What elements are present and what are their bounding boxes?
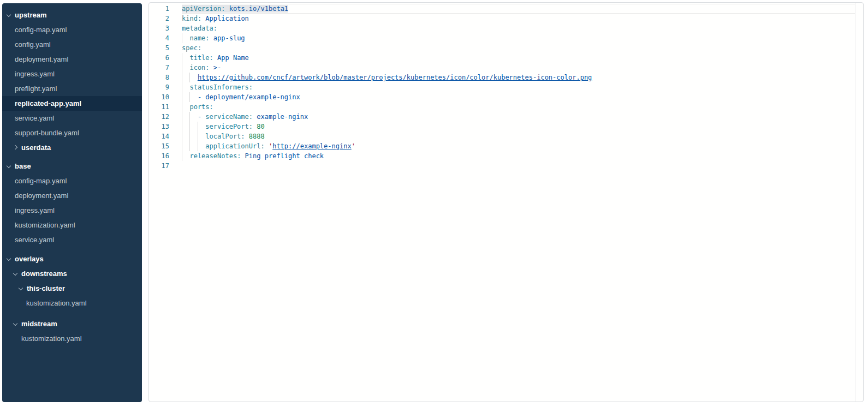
line-number: 13 [149, 122, 169, 131]
editor-line[interactable]: 5spec: [149, 43, 863, 53]
code-token-key: ports: [189, 103, 213, 111]
line-number: 1 [149, 4, 169, 14]
tree-item-label: this-cluster [27, 284, 65, 292]
editor-line[interactable]: 10- deployment/example-nginx [149, 92, 863, 102]
indent-guide [182, 53, 189, 63]
file-tree: upstreamconfig-map.yamlconfig.yamldeploy… [2, 8, 142, 346]
tree-folder-userdata[interactable]: userdata [2, 140, 142, 155]
line-content: releaseNotes: Ping preflight check [169, 152, 324, 160]
editor-line[interactable]: 11ports: [149, 102, 863, 112]
editor-line[interactable]: 9statusInformers: [149, 82, 863, 92]
indent-guide [182, 73, 189, 82]
tree-file-deployment-yaml[interactable]: deployment.yaml [2, 52, 142, 67]
editor-line[interactable]: 13servicePort: 80 [149, 122, 863, 131]
code-token-val: app-slug [213, 34, 245, 42]
line-number: 16 [149, 151, 169, 161]
tree-item-label: service.yaml [15, 114, 54, 122]
indent-guide [182, 102, 189, 112]
editor-line[interactable]: 2kind: Application [149, 14, 863, 23]
line-content: apiVersion: kots.io/v1beta1 [169, 5, 288, 13]
editor-line[interactable]: 1apiVersion: kots.io/v1beta1 [149, 4, 863, 14]
code-token-val: example-nginx [257, 113, 308, 121]
tree-item-label: downstreams [21, 270, 67, 278]
tree-folder-upstream[interactable]: upstream [2, 8, 142, 22]
editor-line[interactable]: 16releaseNotes: Ping preflight check [149, 151, 863, 161]
tree-item-label: kustomization.yaml [21, 334, 82, 343]
code-token-plain [265, 142, 269, 150]
code-token-val: Ping preflight check [245, 152, 324, 160]
tree-file-ingress-yaml[interactable]: ingress.yaml [2, 203, 142, 218]
chevron-down-icon [7, 256, 11, 261]
tree-file-kustomization-yaml[interactable]: kustomization.yaml [2, 296, 142, 310]
code-token-plain [210, 64, 213, 71]
tree-file-kustomization-yaml[interactable]: kustomization.yaml [2, 331, 142, 346]
tree-file-support-bundle-yaml[interactable]: support-bundle.yaml [2, 125, 142, 140]
line-content: spec: [169, 44, 201, 52]
line-content: kind: Application [169, 15, 249, 22]
editor-line[interactable]: 17 [149, 161, 863, 171]
code-token-val: - [198, 113, 205, 121]
code-token-key: name: [189, 34, 209, 42]
tree-folder-this-cluster[interactable]: this-cluster [2, 281, 142, 296]
tree-file-replicated-app-yaml[interactable]: replicated-app.yaml [2, 96, 142, 111]
tree-folder-downstreams[interactable]: downstreams [2, 266, 142, 281]
indent-guide [189, 73, 197, 82]
code-link[interactable]: http://example-nginx [272, 142, 352, 150]
tree-file-preflight-yaml[interactable]: preflight.yaml [2, 81, 142, 96]
tree-file-config-map-yaml[interactable]: config-map.yaml [2, 173, 142, 188]
tree-file-deployment-yaml[interactable]: deployment.yaml [2, 188, 142, 203]
line-content: applicationUrl: 'http://example-nginx' [169, 142, 355, 150]
line-number: 6 [149, 53, 169, 63]
editor-line[interactable]: 7icon: >- [149, 63, 863, 73]
tree-item-label: service.yaml [15, 236, 54, 244]
tree-item-label: replicated-app.yaml [15, 99, 81, 107]
line-content: statusInformers: [169, 83, 253, 91]
editor-line[interactable]: 14localPort: 8888 [149, 131, 863, 141]
tree-item-label: config-map.yaml [15, 177, 67, 185]
line-number: 2 [149, 14, 169, 23]
code-token-key: metadata: [182, 25, 217, 32]
indent-guide [182, 141, 189, 151]
tree-file-config-yaml[interactable]: config.yaml [2, 37, 142, 52]
editor-line[interactable]: 15applicationUrl: 'http://example-nginx' [149, 141, 863, 151]
editor-line[interactable]: 6title: App Name [149, 53, 863, 63]
tree-file-ingress-yaml[interactable]: ingress.yaml [2, 67, 142, 81]
tree-folder-overlays[interactable]: overlays [2, 252, 142, 266]
line-number: 14 [149, 131, 169, 141]
tree-folder-midstream[interactable]: midstream [2, 316, 142, 331]
indent-guide [182, 82, 189, 92]
code-editor[interactable]: 1apiVersion: kots.io/v1beta12kind: Appli… [148, 2, 864, 402]
code-token-key: localPort: [205, 133, 245, 140]
chevron-down-icon [13, 321, 17, 326]
line-content: localPort: 8888 [169, 133, 265, 140]
chevron-down-icon [7, 13, 11, 17]
code-link[interactable]: https://github.com/cncf/artwork/blob/mas… [198, 74, 592, 81]
editor-line[interactable]: 8https://github.com/cncf/artwork/blob/ma… [149, 73, 863, 82]
editor-line[interactable]: 3metadata: [149, 23, 863, 33]
line-content: ports: [169, 103, 213, 111]
code-token-plain [213, 54, 217, 62]
tree-file-kustomization-yaml[interactable]: kustomization.yaml [2, 218, 142, 232]
tree-file-service-yaml[interactable]: service.yaml [2, 232, 142, 247]
chevron-right-icon [13, 145, 17, 149]
tree-item-label: kustomization.yaml [15, 221, 75, 229]
tree-file-config-map-yaml[interactable]: config-map.yaml [2, 22, 142, 37]
indent-guide [189, 92, 197, 102]
tree-folder-base[interactable]: base [2, 159, 142, 173]
editor-line[interactable]: 12- serviceName: example-nginx [149, 112, 863, 122]
tree-item-label: deployment.yaml [15, 55, 68, 63]
tree-item-label: userdata [21, 143, 51, 152]
code-token-plain [241, 152, 245, 160]
line-number: 12 [149, 112, 169, 122]
editor-line[interactable]: 4name: app-slug [149, 33, 863, 43]
code-token-quote: ' [352, 142, 355, 150]
line-number: 17 [149, 161, 169, 171]
line-number: 9 [149, 82, 169, 92]
tree-file-service-yaml[interactable]: service.yaml [2, 111, 142, 125]
tree-item-label: midstream [21, 320, 57, 328]
line-number: 4 [149, 33, 169, 43]
selection-highlight: apiVersion: kots.io/v1beta1 [182, 5, 288, 13]
file-tree-sidebar: upstreamconfig-map.yamlconfig.yamldeploy… [2, 3, 142, 402]
code-token-key: title: [189, 54, 213, 62]
code-token-key: applicationUrl: [205, 142, 264, 150]
